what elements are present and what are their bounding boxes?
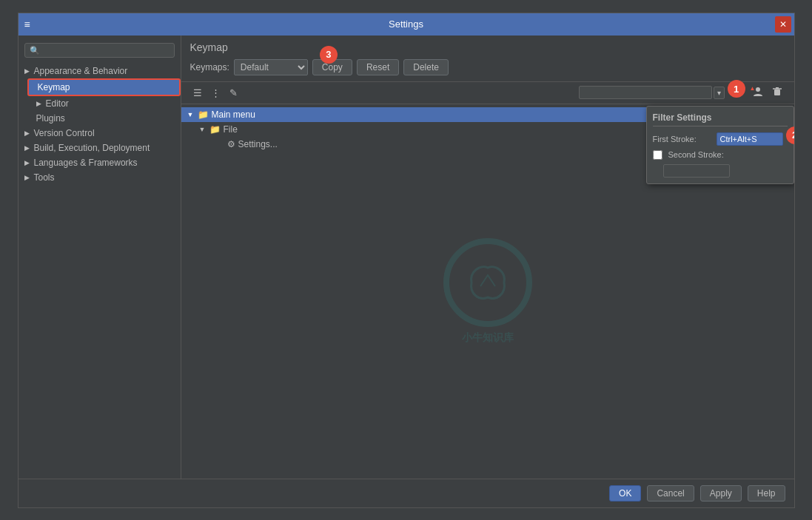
tree-item-label: Main menu: [212, 109, 255, 120]
sidebar-item-label: Editor: [46, 98, 69, 109]
sidebar-item-languages[interactable]: ▶ Languages & Frameworks: [19, 155, 181, 170]
panel-title: Keymap: [190, 41, 785, 53]
sidebar-item-label: Languages & Frameworks: [34, 158, 138, 168]
annotation-1: 1: [728, 80, 745, 98]
second-stroke-checkbox[interactable]: [653, 150, 662, 160]
first-stroke-row: First Stroke: 2: [653, 132, 788, 146]
sidebar-item-plugins[interactable]: Plugins: [27, 111, 181, 126]
edit-button[interactable]: ✎: [227, 86, 241, 100]
window-title: Settings: [389, 18, 423, 30]
sidebar-item-label: Keymap: [38, 82, 70, 92]
annotation-2: 2: [786, 126, 794, 144]
sidebar-item-appearance[interactable]: ▶ Appearance & Behavior: [19, 64, 181, 78]
main-content: ▶ Appearance & Behavior Keymap ▶ Editor …: [19, 36, 794, 479]
watermark-circle: [443, 238, 532, 327]
second-stroke-input[interactable]: [663, 164, 730, 178]
tree-expand-arrow-icon: ▼: [199, 126, 207, 133]
sidebar-children: Keymap ▶ Editor Plugins: [19, 78, 181, 126]
search-dropdown-button[interactable]: ▾: [714, 87, 725, 99]
tree-item-label: Settings...: [238, 139, 278, 149]
search-area: ▾ 1: [579, 86, 725, 99]
sidebar-search-input[interactable]: [24, 43, 175, 58]
annotation-3: 3: [320, 46, 338, 64]
sidebar: ▶ Appearance & Behavior Keymap ▶ Editor …: [19, 36, 181, 479]
first-stroke-input[interactable]: [717, 132, 783, 146]
folder-icon: 📁: [198, 109, 209, 120]
settings-icon: ⚙: [227, 139, 235, 149]
watermark: 小牛知识库: [443, 238, 532, 345]
close-button[interactable]: ✕: [775, 16, 791, 33]
watermark-text: 小牛知识库: [462, 331, 514, 345]
reset-button[interactable]: Reset: [357, 59, 399, 75]
trash-button[interactable]: [769, 85, 785, 101]
keymap-toolbar: Keymaps: Default 3 Copy Reset Delete: [190, 59, 785, 75]
watermark-logo: [466, 260, 510, 305]
panel-header: Keymap Keymaps: Default 3 Copy Reset Del…: [181, 36, 794, 82]
expand-arrow-icon: ▶: [24, 67, 30, 75]
sidebar-item-label: Tools: [34, 172, 55, 183]
filter-popup-title: Filter Settings: [653, 112, 788, 126]
sidebar-item-label: Plugins: [36, 113, 65, 124]
bottom-bar: OK Cancel Apply Help: [19, 479, 794, 507]
collapse-all-button[interactable]: ⋮: [208, 86, 224, 100]
right-panel: Keymap Keymaps: Default 3 Copy Reset Del…: [181, 36, 794, 479]
app-logo: ≡: [24, 18, 30, 30]
second-stroke-row: Second Stroke:: [653, 150, 788, 160]
keymap-select[interactable]: Default: [234, 59, 308, 75]
settings-window: ≡ Settings ✕ ▶ Appearance & Behavior Key…: [18, 13, 795, 508]
tree-item-label: File: [224, 124, 238, 135]
svg-rect-3: [776, 87, 779, 89]
sidebar-item-label: Version Control: [34, 128, 95, 138]
svg-point-0: [756, 87, 760, 92]
filter-button[interactable]: ▲: [750, 85, 766, 101]
tree-expand-arrow-icon: ▼: [187, 111, 195, 118]
first-stroke-label: First Stroke:: [653, 135, 712, 143]
sidebar-item-tools[interactable]: ▶ Tools: [19, 170, 181, 185]
svg-rect-1: [774, 90, 780, 95]
keymap-label: Keymaps:: [190, 62, 229, 72]
expand-arrow-icon: ▶: [36, 100, 41, 107]
action-toolbar: ☰ ⋮ ✎ ▾ 1: [181, 82, 794, 104]
expand-arrow-icon: ▶: [24, 159, 30, 166]
cancel-button[interactable]: Cancel: [647, 485, 694, 502]
sidebar-item-editor[interactable]: ▶ Editor: [27, 96, 181, 111]
expand-arrow-icon: ▶: [24, 174, 30, 181]
expand-arrow-icon: ▶: [24, 129, 30, 137]
sidebar-item-build[interactable]: ▶ Build, Execution, Deployment: [19, 141, 181, 155]
sidebar-item-label: Build, Execution, Deployment: [34, 143, 150, 153]
help-button[interactable]: Help: [748, 485, 785, 502]
sidebar-item-keymap[interactable]: Keymap: [27, 78, 181, 96]
filter-arrow-icon: ▲: [750, 85, 756, 92]
keymap-search-input[interactable]: [579, 86, 712, 99]
folder-icon: 📁: [209, 124, 221, 135]
sidebar-item-label: Appearance & Behavior: [34, 66, 128, 76]
second-stroke-label: Second Stroke:: [668, 150, 728, 159]
apply-button[interactable]: Apply: [700, 485, 742, 502]
ok-button[interactable]: OK: [609, 485, 641, 502]
trash-icon: [772, 87, 782, 97]
expand-arrow-icon: ▶: [24, 144, 30, 152]
expand-all-button[interactable]: ☰: [190, 86, 205, 100]
sidebar-item-version-control[interactable]: ▶ Version Control: [19, 126, 181, 141]
title-bar: ≡ Settings ✕: [19, 13, 794, 36]
delete-button[interactable]: Delete: [403, 59, 449, 75]
filter-settings-popup: Filter Settings First Stroke: 2 Second S…: [646, 106, 794, 184]
